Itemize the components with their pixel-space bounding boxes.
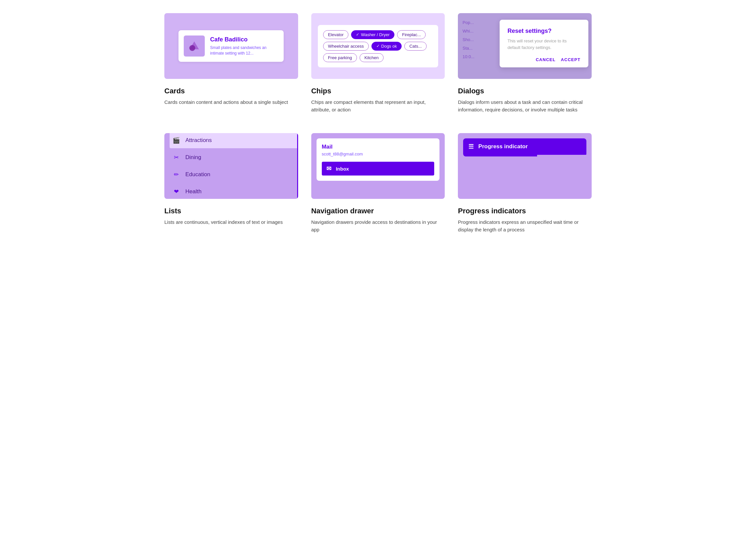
progress-preview: ☰ Progress indicator bbox=[458, 133, 592, 199]
progress-bar-fill bbox=[463, 155, 537, 156]
navdrawer-desc: Navigation drawers provide access to des… bbox=[311, 219, 445, 233]
progress-bar-container bbox=[463, 155, 586, 156]
cards-desc: Cards contain content and actions about … bbox=[164, 99, 298, 106]
health-icon: ❤ bbox=[172, 188, 180, 196]
navdrawer-inner: Mail scott_t88@gmail.com ✉ Inbox bbox=[317, 138, 440, 181]
dialogs-title: Dialogs bbox=[458, 87, 592, 95]
chip-wheelchair[interactable]: Wheelchair access bbox=[323, 42, 369, 51]
dialogs-desc: Dialogs inform users about a task and ca… bbox=[458, 99, 592, 113]
lists-cell: 🎬 Attractions ✂ Dining ✏ Education ❤ Hea… bbox=[164, 133, 298, 233]
list-label-health: Health bbox=[185, 188, 201, 195]
card-icon bbox=[184, 35, 205, 57]
navdrawer-app-title: Mail bbox=[322, 144, 435, 150]
card-inner: Cafe Badilico Small plates and sandwiche… bbox=[178, 30, 284, 62]
progress-header: ☰ Progress indicator bbox=[463, 138, 586, 155]
education-icon: ✏ bbox=[172, 171, 180, 178]
progress-inner: ☰ Progress indicator bbox=[463, 138, 586, 156]
chip-kitchen[interactable]: Kitchen bbox=[360, 53, 384, 62]
navdrawer-email: scott_t88@gmail.com bbox=[322, 152, 435, 156]
chip-fireplace[interactable]: Fireplac... bbox=[397, 30, 426, 39]
list-item-health[interactable]: ❤ Health bbox=[170, 184, 298, 199]
dialogs-preview: Pop... Whi... Sho... Sta... 10:0... Rese… bbox=[458, 13, 592, 79]
dialog-cancel-button[interactable]: CANCEL bbox=[536, 57, 555, 62]
chip-row-2: Wheelchair access Dogs ok Cats... bbox=[323, 42, 433, 51]
chip-dogs[interactable]: Dogs ok bbox=[371, 42, 402, 51]
hamburger-icon[interactable]: ☰ bbox=[468, 143, 474, 150]
progress-cell: ☰ Progress indicator Progress indicators… bbox=[458, 133, 592, 233]
card-title: Cafe Badilico bbox=[210, 36, 278, 43]
lists-title: Lists bbox=[164, 207, 298, 215]
dialog-bg-text: Pop... Whi... Sho... Sta... 10:0... bbox=[462, 18, 474, 61]
dialog-accept-button[interactable]: ACCEPT bbox=[561, 57, 580, 62]
component-grid: Cafe Badilico Small plates and sandwiche… bbox=[164, 13, 592, 233]
list-label-attractions: Attractions bbox=[185, 137, 212, 144]
list-item-dining[interactable]: ✂ Dining bbox=[170, 150, 298, 165]
lists-desc: Lists are continuous, vertical indexes o… bbox=[164, 219, 298, 226]
card-desc: Small plates and sandwiches an intimate … bbox=[210, 45, 278, 56]
cards-cell: Cafe Badilico Small plates and sandwiche… bbox=[164, 13, 298, 113]
navdrawer-inbox-label: Inbox bbox=[336, 166, 349, 172]
progress-title: Progress indicators bbox=[458, 207, 592, 215]
dialog-title: Reset settings? bbox=[508, 28, 580, 35]
list-item-education[interactable]: ✏ Education bbox=[170, 167, 298, 182]
navdrawer-preview: Mail scott_t88@gmail.com ✉ Inbox bbox=[311, 133, 445, 199]
cards-title: Cards bbox=[164, 87, 298, 95]
list-active-indicator bbox=[297, 133, 298, 199]
chips-title: Chips bbox=[311, 87, 445, 95]
navdrawer-cell: Mail scott_t88@gmail.com ✉ Inbox Navigat… bbox=[311, 133, 445, 233]
lists-preview: 🎬 Attractions ✂ Dining ✏ Education ❤ Hea… bbox=[164, 133, 298, 199]
list-label-dining: Dining bbox=[185, 154, 201, 161]
chips-inner: Elevator Washer / Dryer Fireplac... Whee… bbox=[318, 25, 438, 67]
dialog-box: Reset settings? This will reset your dev… bbox=[500, 20, 588, 67]
navdrawer-inbox-item[interactable]: ✉ Inbox bbox=[322, 162, 435, 176]
chip-cats[interactable]: Cats... bbox=[404, 42, 427, 51]
dialog-body: This will reset your device to its defau… bbox=[508, 38, 580, 51]
dialogs-cell: Pop... Whi... Sho... Sta... 10:0... Rese… bbox=[458, 13, 592, 113]
svg-point-1 bbox=[189, 45, 195, 51]
progress-header-label: Progress indicator bbox=[478, 143, 528, 150]
chip-row-1: Elevator Washer / Dryer Fireplac... bbox=[323, 30, 433, 39]
navdrawer-title: Navigation drawer bbox=[311, 207, 445, 215]
chip-row-3: Free parking Kitchen bbox=[323, 53, 433, 62]
list-inner: 🎬 Attractions ✂ Dining ✏ Education ❤ Hea… bbox=[164, 133, 298, 199]
chip-elevator[interactable]: Elevator bbox=[323, 30, 349, 39]
list-label-education: Education bbox=[185, 171, 210, 178]
progress-desc: Progress indicators express an unspecifi… bbox=[458, 219, 592, 233]
cards-preview: Cafe Badilico Small plates and sandwiche… bbox=[164, 13, 298, 79]
chip-washer[interactable]: Washer / Dryer bbox=[351, 30, 394, 39]
chips-cell: Elevator Washer / Dryer Fireplac... Whee… bbox=[311, 13, 445, 113]
chip-parking[interactable]: Free parking bbox=[323, 53, 357, 62]
list-item-attractions[interactable]: 🎬 Attractions bbox=[170, 133, 298, 148]
dialog-actions: CANCEL ACCEPT bbox=[508, 57, 580, 62]
card-text: Cafe Badilico Small plates and sandwiche… bbox=[210, 36, 278, 56]
chips-preview: Elevator Washer / Dryer Fireplac... Whee… bbox=[311, 13, 445, 79]
dining-icon: ✂ bbox=[172, 153, 180, 161]
attractions-icon: 🎬 bbox=[172, 136, 180, 144]
chips-desc: Chips are compact elements that represen… bbox=[311, 99, 445, 113]
inbox-icon: ✉ bbox=[326, 165, 331, 172]
